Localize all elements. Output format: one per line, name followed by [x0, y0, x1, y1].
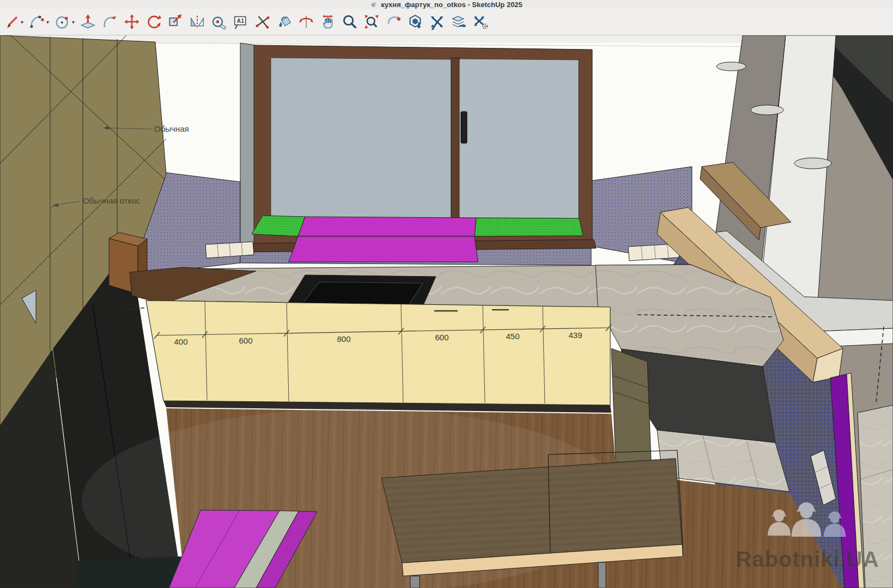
- zoom-icon: [342, 14, 358, 30]
- tool-paint-button[interactable]: [276, 11, 293, 32]
- dropdown-caret-icon[interactable]: ▾: [46, 19, 49, 25]
- window-glass-right[interactable]: [459, 59, 579, 229]
- table-leg[interactable]: [598, 562, 606, 588]
- tool-circle-button[interactable]: ▾: [54, 11, 75, 32]
- swap-icon: [429, 14, 445, 30]
- pan-icon: [320, 14, 336, 30]
- tool-scale-button[interactable]: [167, 11, 184, 32]
- tool-axes-button[interactable]: [254, 11, 271, 32]
- tool-warehouse-button[interactable]: [407, 11, 423, 32]
- app-header: кухня_фартук_no_otkos - SketchUp 2025 ▾▾…: [0, 0, 893, 35]
- tool-arc-button[interactable]: ▾: [29, 11, 49, 32]
- tool-previous-button[interactable]: [385, 11, 402, 32]
- move-icon: [124, 14, 140, 30]
- tool-swap-button[interactable]: [429, 11, 445, 32]
- window-reveal[interactable]: [240, 43, 255, 248]
- window-titlebar[interactable]: кухня_фартук_no_otkos - SketchUp 2025: [0, 0, 893, 9]
- tape-icon: [211, 14, 227, 30]
- model-viewport[interactable]: 400 600 800 600 450 439 Обычная Обычная …: [0, 35, 893, 588]
- swap-settings-icon: [472, 14, 489, 30]
- base-cabinets[interactable]: [146, 301, 610, 405]
- watermark-text: Rabotniki.UA: [736, 547, 879, 571]
- tool-orbit-button[interactable]: [298, 11, 314, 32]
- tool-swap-settings-button[interactable]: [472, 11, 489, 32]
- ceiling-light-1[interactable]: [716, 62, 746, 71]
- annotation-label: Обычная: [154, 124, 189, 133]
- tool-flip-button[interactable]: [189, 11, 205, 32]
- scale-icon: [167, 14, 184, 30]
- dimension-label[interactable]: 600: [435, 333, 448, 342]
- tool-text-button[interactable]: A1: [233, 11, 249, 32]
- warehouse-icon: [407, 14, 423, 30]
- tool-rotate-button[interactable]: [145, 11, 162, 32]
- followme-icon: [102, 14, 118, 30]
- circle-icon: [54, 14, 71, 30]
- tool-pan-button[interactable]: [320, 11, 336, 32]
- ceiling-light-3[interactable]: [794, 158, 831, 169]
- sill-strip-green-right[interactable]: [475, 218, 583, 236]
- tool-tape-button[interactable]: [211, 11, 227, 32]
- paint-icon: [276, 14, 293, 30]
- dimension-label[interactable]: 800: [337, 334, 350, 344]
- sketchup-logo-icon: [370, 1, 378, 8]
- tool-layers-export-button[interactable]: [451, 11, 467, 32]
- pushpull-icon: [80, 14, 96, 30]
- svg-text:A1: A1: [237, 17, 245, 24]
- tool-zoom-button[interactable]: [342, 11, 358, 32]
- annotation-label: Обычная откос: [83, 196, 141, 205]
- dimension-label[interactable]: 439: [568, 330, 582, 340]
- window-handle[interactable]: [461, 112, 467, 143]
- window-mullion[interactable]: [451, 58, 459, 229]
- table-leg[interactable]: [410, 576, 420, 588]
- line-icon: [3, 14, 20, 30]
- rotate-icon: [145, 14, 162, 30]
- window-title: кухня_фартук_no_otkos - SketchUp 2025: [381, 1, 523, 9]
- tool-followme-button[interactable]: [102, 11, 118, 32]
- text-icon: A1: [233, 14, 249, 30]
- main-toolbar: ▾▾▾A1: [0, 9, 893, 35]
- backsplash-magenta-panel[interactable]: [289, 236, 478, 262]
- tool-move-button[interactable]: [124, 11, 140, 32]
- tool-line-button[interactable]: ▾: [3, 11, 23, 32]
- layers-export-icon: [451, 14, 467, 30]
- sill-strip-magenta[interactable]: [298, 217, 476, 236]
- ceiling-light-2[interactable]: [751, 105, 783, 115]
- previous-icon: [385, 14, 402, 30]
- dropdown-caret-icon[interactable]: ▾: [72, 19, 75, 25]
- scene-3d[interactable]: 400 600 800 600 450 439 Обычная Обычная …: [0, 35, 893, 588]
- cabinet-side-panel[interactable]: [611, 348, 652, 476]
- dimension-label[interactable]: 400: [174, 337, 187, 346]
- zoom-extents-icon: [363, 14, 380, 30]
- orbit-icon: [298, 14, 314, 30]
- arc-icon: [29, 14, 45, 30]
- flip-icon: [189, 14, 205, 30]
- axes-icon: [254, 14, 271, 30]
- window-glass-left[interactable]: [271, 58, 451, 232]
- dimension-label[interactable]: 600: [239, 336, 252, 345]
- dropdown-caret-icon[interactable]: ▾: [21, 19, 23, 25]
- dimension-label[interactable]: 450: [506, 332, 519, 341]
- tool-zoom-extents-button[interactable]: [363, 11, 380, 32]
- tool-pushpull-button[interactable]: [80, 11, 96, 32]
